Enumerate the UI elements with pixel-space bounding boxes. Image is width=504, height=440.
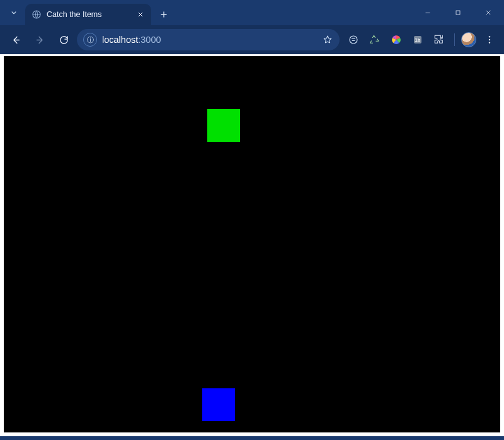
- close-icon: [137, 11, 144, 18]
- url-text: localhost:3000: [102, 35, 316, 45]
- extensions-row: 1b: [342, 30, 499, 49]
- separator: [454, 33, 455, 46]
- back-button[interactable]: [5, 29, 26, 50]
- window-maximize-button[interactable]: [444, 3, 472, 23]
- profile-avatar[interactable]: [461, 32, 476, 47]
- color-extension-icon[interactable]: [387, 31, 405, 49]
- site-info-button[interactable]: ⓘ: [83, 33, 97, 47]
- chevron-down-icon: [9, 8, 18, 17]
- arrow-right-icon: [35, 35, 45, 45]
- star-icon: [323, 35, 333, 45]
- kebab-icon: [484, 35, 495, 45]
- url-host: localhost: [102, 35, 138, 45]
- window-bottom-border: [0, 436, 504, 440]
- close-icon: [484, 9, 492, 16]
- minimize-icon: [424, 9, 432, 16]
- forward-button[interactable]: [29, 29, 50, 50]
- browser-toolbar: ⓘ localhost:3000 1b: [0, 25, 504, 54]
- svg-point-5: [489, 36, 490, 37]
- plus-icon: [159, 10, 168, 19]
- adblock-extension-icon[interactable]: 1b: [409, 31, 427, 49]
- svg-point-6: [489, 39, 490, 40]
- square-badge-icon: 1b: [412, 34, 423, 45]
- page-viewport: [0, 54, 504, 436]
- player-paddle[interactable]: [202, 388, 235, 421]
- svg-rect-1: [456, 11, 460, 14]
- window-minimize-button[interactable]: [413, 3, 442, 23]
- color-fan-icon: [391, 34, 402, 45]
- window-controls: [413, 0, 504, 25]
- falling-item: [207, 109, 240, 142]
- tab-title: Catch the Items: [47, 10, 130, 19]
- svg-point-7: [489, 42, 490, 43]
- bookmark-button[interactable]: [321, 33, 335, 47]
- browser-tab-active[interactable]: Catch the Items: [25, 4, 151, 25]
- extensions-button[interactable]: [430, 31, 448, 49]
- chrome-menu-button[interactable]: [480, 30, 499, 49]
- tab-close-button[interactable]: [135, 9, 146, 20]
- translate-extension-icon[interactable]: [345, 31, 362, 49]
- address-bar[interactable]: ⓘ localhost:3000: [77, 29, 340, 50]
- svg-point-2: [350, 36, 357, 43]
- window-close-button[interactable]: [474, 3, 503, 23]
- new-tab-button[interactable]: [155, 6, 173, 23]
- globe-icon: [32, 9, 42, 20]
- game-canvas[interactable]: [4, 56, 500, 432]
- arrow-left-icon: [11, 35, 21, 45]
- tab-search-button[interactable]: [5, 4, 23, 21]
- svg-text:1b: 1b: [415, 37, 421, 43]
- reload-button[interactable]: [53, 29, 74, 50]
- recycle-icon: [369, 34, 381, 45]
- reload-icon: [59, 35, 69, 45]
- puzzle-icon: [433, 34, 445, 45]
- url-port: :3000: [138, 35, 161, 45]
- maximize-icon: [454, 9, 462, 16]
- translate-icon: [348, 34, 359, 45]
- recycle-extension-icon[interactable]: [366, 31, 384, 49]
